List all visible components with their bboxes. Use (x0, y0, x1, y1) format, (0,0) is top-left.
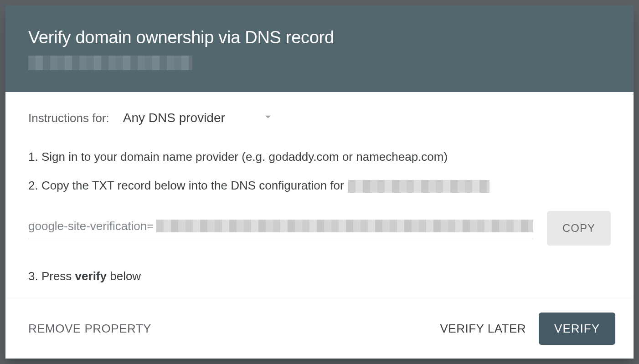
step-3-verify-word: verify (75, 269, 107, 283)
modal-title: Verify domain ownership via DNS record (28, 27, 611, 48)
step-2: 2. Copy the TXT record below into the DN… (28, 177, 611, 195)
instruction-steps: 1. Sign in to your domain name provider … (28, 148, 611, 285)
verify-button[interactable]: VERIFY (539, 313, 615, 345)
modal-header: Verify domain ownership via DNS record (5, 5, 634, 92)
step-3-prefix: 3. Press (28, 269, 75, 283)
step-3: 3. Press verify below (28, 267, 611, 285)
instructions-row: Instructions for: Any DNS provider (28, 110, 611, 126)
instructions-for-label: Instructions for: (28, 111, 109, 125)
txt-record-field[interactable]: google-site-verification= (28, 217, 533, 239)
domain-name-redacted (28, 56, 192, 70)
chevron-down-icon (262, 110, 274, 126)
footer-left: REMOVE PROPERTY (28, 322, 151, 336)
copy-button[interactable]: COPY (547, 211, 611, 246)
remove-property-button[interactable]: REMOVE PROPERTY (28, 322, 151, 336)
verify-later-button[interactable]: VERIFY LATER (440, 322, 526, 336)
step-1: 1. Sign in to your domain name provider … (28, 148, 611, 166)
footer-right: VERIFY LATER VERIFY (440, 313, 615, 345)
step-2-domain-redacted (348, 180, 490, 193)
txt-record-prefix: google-site-verification= (28, 217, 154, 235)
txt-record-value-redacted (156, 220, 533, 232)
txt-record-row: google-site-verification= COPY (28, 211, 611, 246)
step-2-text: 2. Copy the TXT record below into the DN… (28, 179, 347, 192)
verify-domain-modal: Verify domain ownership via DNS record I… (5, 5, 634, 359)
dns-provider-select[interactable]: Any DNS provider (123, 110, 274, 126)
modal-footer: REMOVE PROPERTY VERIFY LATER VERIFY (5, 298, 634, 359)
dns-provider-selected: Any DNS provider (123, 111, 225, 125)
modal-body[interactable]: Instructions for: Any DNS provider 1. Si… (5, 92, 634, 298)
step-3-suffix: below (107, 269, 141, 283)
